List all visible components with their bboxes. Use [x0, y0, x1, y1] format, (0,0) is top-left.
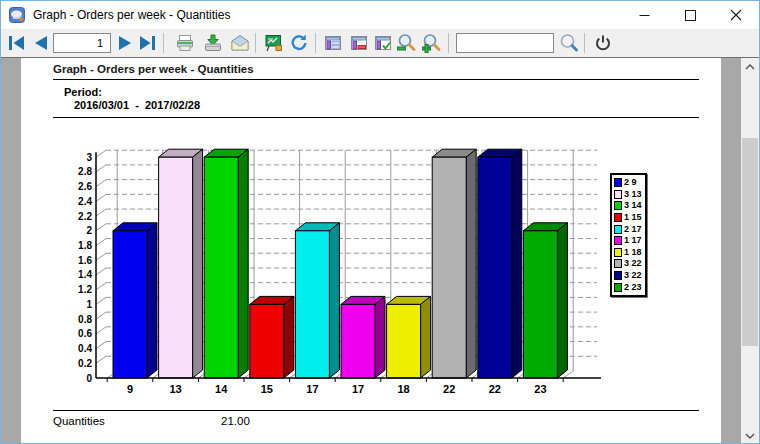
legend-swatch [614, 178, 622, 187]
toolbar-separator [315, 33, 316, 53]
toolbar: 1 [1, 29, 759, 58]
layout-footer-button[interactable] [347, 31, 371, 55]
svg-text:1.6: 1.6 [78, 255, 92, 266]
svg-text:22: 22 [489, 383, 501, 395]
toolbar-separator [163, 33, 164, 53]
page-number-input[interactable]: 1 [53, 33, 111, 53]
legend-swatch [614, 283, 622, 292]
legend-swatch [614, 213, 622, 222]
svg-text:2: 2 [86, 225, 92, 236]
next-page-button[interactable] [113, 31, 137, 55]
scroll-down-icon[interactable] [741, 427, 759, 444]
first-page-button[interactable] [5, 31, 29, 55]
window-title: Graph - Orders per week - Quantities [33, 8, 230, 22]
legend-swatch [614, 248, 622, 257]
report-page: Graph - Orders per week - Quantities Per… [21, 58, 721, 444]
layout-confirm-button[interactable] [371, 31, 395, 55]
legend-label: 2 17 [624, 225, 642, 234]
svg-text:1.4: 1.4 [78, 269, 92, 280]
legend-item: 1 18 [614, 247, 642, 259]
divider [53, 79, 699, 80]
legend-item: 3 22 [614, 270, 642, 282]
svg-text:23: 23 [534, 383, 546, 395]
svg-text:9: 9 [127, 383, 133, 395]
search-input[interactable] [456, 33, 554, 53]
svg-text:2.2: 2.2 [78, 211, 92, 222]
zoom-in-button[interactable] [420, 31, 444, 55]
svg-text:0: 0 [86, 373, 92, 384]
close-preview-button[interactable] [591, 31, 615, 55]
legend-label: 3 22 [624, 271, 642, 280]
legend-item: 3 13 [614, 189, 642, 201]
legend-swatch [614, 271, 622, 280]
legend-label: 3 22 [624, 259, 642, 268]
legend-label: 3 14 [624, 201, 642, 210]
svg-text:2.8: 2.8 [78, 166, 92, 177]
footer-quantities-label: Quantities [53, 415, 105, 427]
preview-area: Graph - Orders per week - Quantities Per… [1, 58, 759, 444]
svg-text:1.2: 1.2 [78, 284, 92, 295]
legend-label: 1 17 [624, 236, 642, 245]
divider [53, 410, 699, 411]
report-title: Graph - Orders per week - Quantities [53, 63, 254, 75]
titlebar: Graph - Orders per week - Quantities [1, 1, 759, 29]
maximize-button[interactable] [667, 1, 713, 29]
legend-swatch [614, 225, 622, 234]
refresh-button[interactable] [287, 31, 311, 55]
vertical-scrollbar[interactable] [741, 58, 759, 444]
layout-report-button[interactable] [321, 31, 345, 55]
legend-swatch [614, 190, 622, 199]
svg-text:18: 18 [397, 383, 409, 395]
legend-label: 2 23 [624, 283, 642, 292]
svg-text:17: 17 [306, 383, 318, 395]
app-icon [9, 7, 25, 23]
svg-text:2.6: 2.6 [78, 181, 92, 192]
last-page-button[interactable] [136, 31, 160, 55]
svg-text:15: 15 [261, 383, 273, 395]
svg-text:1.8: 1.8 [78, 240, 92, 251]
legend-item: 3 22 [614, 258, 642, 270]
legend-label: 1 18 [624, 248, 642, 257]
legend-item: 3 14 [614, 200, 642, 212]
svg-text:13: 13 [169, 383, 181, 395]
previous-page-button[interactable] [28, 31, 52, 55]
graph-settings-button[interactable] [262, 31, 286, 55]
export-archive-button[interactable] [201, 31, 225, 55]
legend-item: 2 23 [614, 281, 642, 293]
legend-label: 2 9 [624, 178, 637, 187]
svg-text:14: 14 [215, 383, 228, 395]
legend-item: 2 9 [614, 177, 642, 189]
email-button[interactable] [228, 31, 252, 55]
toolbar-separator [584, 33, 585, 53]
search-button[interactable] [557, 31, 581, 55]
zoom-out-button[interactable] [395, 31, 419, 55]
toolbar-separator [255, 33, 256, 53]
svg-text:1: 1 [86, 299, 92, 310]
toolbar-separator [448, 33, 449, 53]
legend-label: 3 13 [624, 190, 642, 199]
print-button[interactable] [173, 31, 197, 55]
legend-label: 1 15 [624, 213, 642, 222]
svg-text:0.6: 0.6 [78, 328, 92, 339]
minimize-button[interactable] [621, 1, 667, 29]
scrollbar-thumb[interactable] [742, 138, 758, 346]
chart-legend: 2 93 133 141 152 171 171 183 223 222 23 [610, 173, 647, 297]
svg-text:17: 17 [352, 383, 364, 395]
legend-item: 1 17 [614, 235, 642, 247]
svg-text:3: 3 [86, 152, 92, 163]
legend-swatch [614, 259, 622, 268]
footer-quantities-value: 21.00 [221, 415, 250, 427]
close-button[interactable] [713, 1, 759, 29]
legend-swatch [614, 236, 622, 245]
period-label: Period: [64, 86, 102, 98]
window-controls [621, 1, 759, 29]
legend-item: 2 17 [614, 223, 642, 235]
scroll-up-icon[interactable] [741, 58, 759, 75]
svg-text:2.4: 2.4 [78, 196, 92, 207]
period-value: 2016/03/01 - 2017/02/28 [74, 99, 200, 111]
svg-text:0.8: 0.8 [78, 314, 92, 325]
svg-text:0.4: 0.4 [78, 343, 92, 354]
legend-swatch [614, 201, 622, 210]
svg-text:0.2: 0.2 [78, 358, 92, 369]
divider [53, 117, 699, 118]
